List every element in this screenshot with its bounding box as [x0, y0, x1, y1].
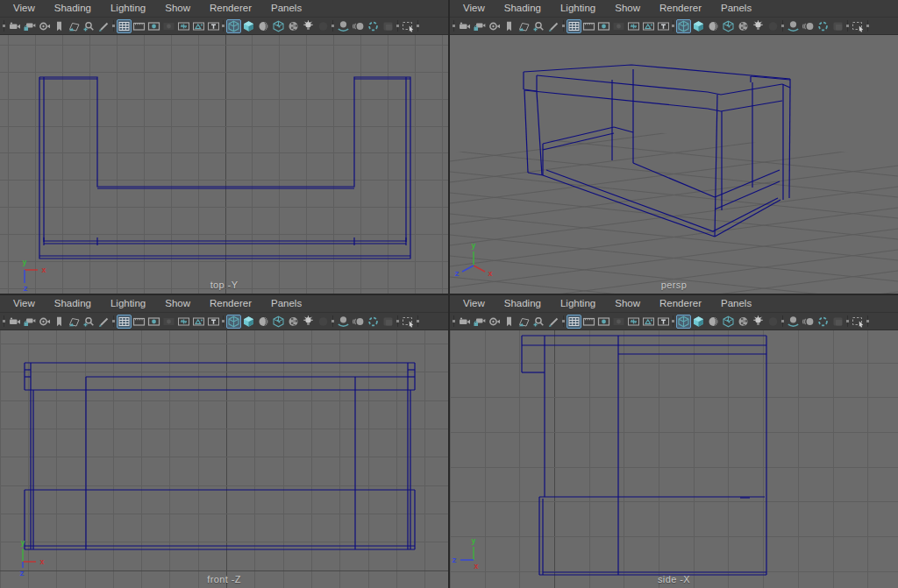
menu-panels[interactable]: Panels [711, 295, 761, 312]
shadows-icon[interactable] [316, 19, 331, 33]
lock-camera-icon[interactable] [472, 315, 487, 329]
textured-icon[interactable] [256, 315, 271, 329]
field-chart-icon[interactable] [176, 315, 191, 329]
textured-icon[interactable] [256, 19, 271, 33]
resolution-gate-icon[interactable] [146, 315, 161, 329]
menu-shading[interactable]: Shading [45, 295, 101, 312]
menu-show[interactable]: Show [605, 0, 650, 17]
ambient-occlusion-icon[interactable] [786, 19, 801, 33]
ambient-occlusion-icon[interactable] [336, 19, 351, 33]
viewport-svg-persp[interactable]: yxz [450, 35, 898, 294]
anti-aliasing-icon[interactable] [830, 315, 845, 329]
depth-of-field-icon[interactable] [366, 315, 381, 329]
isolate-select-icon[interactable] [851, 19, 866, 33]
lock-camera-icon[interactable] [472, 19, 487, 33]
menu-panels[interactable]: Panels [261, 295, 311, 312]
menu-view[interactable]: View [453, 0, 495, 17]
safe-title-icon[interactable] [656, 19, 671, 33]
lighting-icon[interactable] [751, 315, 766, 329]
anti-aliasing-icon[interactable] [381, 315, 396, 329]
menu-renderer[interactable]: Renderer [200, 0, 261, 17]
xray-icon[interactable] [736, 19, 751, 33]
menu-lighting[interactable]: Lighting [551, 0, 605, 17]
grid-icon[interactable] [567, 19, 581, 33]
menu-shading[interactable]: Shading [495, 295, 551, 312]
anti-aliasing-icon[interactable] [381, 19, 396, 33]
pan-zoom-icon[interactable] [82, 19, 96, 33]
safe-title-icon[interactable] [206, 315, 221, 329]
bookmarks-icon[interactable] [502, 19, 517, 33]
menu-lighting[interactable]: Lighting [101, 295, 155, 312]
image-plane-icon[interactable] [67, 315, 82, 329]
resolution-gate-icon[interactable] [596, 315, 611, 329]
field-chart-icon[interactable] [626, 315, 641, 329]
field-chart-icon[interactable] [176, 19, 191, 33]
select-camera-icon[interactable] [7, 19, 22, 33]
menu-shading[interactable]: Shading [45, 0, 101, 17]
wireframe-display-icon[interactable] [676, 19, 691, 33]
grease-pencil-icon[interactable] [546, 19, 561, 33]
textured-icon[interactable] [706, 315, 721, 329]
menu-shading[interactable]: Shading [495, 0, 551, 17]
menu-view[interactable]: View [4, 0, 45, 17]
menu-renderer[interactable]: Renderer [650, 295, 711, 312]
grid-icon[interactable] [567, 315, 581, 329]
lighting-icon[interactable] [301, 315, 316, 329]
safe-title-icon[interactable] [206, 19, 221, 33]
menu-show[interactable]: Show [605, 295, 650, 312]
wireframe-display-icon[interactable] [676, 315, 691, 329]
safe-action-icon[interactable] [191, 315, 206, 329]
menu-renderer[interactable]: Renderer [200, 295, 261, 312]
bookmarks-icon[interactable] [52, 315, 67, 329]
resolution-gate-icon[interactable] [596, 19, 611, 33]
menu-panels[interactable]: Panels [261, 0, 311, 17]
shadows-icon[interactable] [316, 315, 331, 329]
grease-pencil-icon[interactable] [96, 315, 111, 329]
xray-icon[interactable] [736, 315, 751, 329]
menu-renderer[interactable]: Renderer [650, 0, 711, 17]
smooth-shade-icon[interactable] [691, 19, 706, 33]
viewport-svg-side[interactable]: yzx [450, 330, 898, 588]
camera-attributes-icon[interactable] [37, 315, 52, 329]
lighting-icon[interactable] [751, 19, 766, 33]
use-default-material-icon[interactable] [721, 315, 736, 329]
viewport-canvas-top[interactable]: xzy top -Y [0, 35, 448, 294]
menu-view[interactable]: View [453, 295, 495, 312]
camera-attributes-icon[interactable] [487, 19, 502, 33]
lock-camera-icon[interactable] [22, 315, 37, 329]
safe-action-icon[interactable] [191, 19, 206, 33]
camera-attributes-icon[interactable] [487, 315, 502, 329]
image-plane-icon[interactable] [67, 19, 82, 33]
xray-icon[interactable] [286, 315, 301, 329]
viewport-canvas-persp[interactable]: yxz persp [450, 35, 898, 294]
motion-blur-icon[interactable] [801, 19, 816, 33]
pan-zoom-icon[interactable] [531, 19, 546, 33]
viewport-canvas-side[interactable]: yzx side -X [450, 330, 898, 588]
grease-pencil-icon[interactable] [96, 19, 111, 33]
ambient-occlusion-icon[interactable] [336, 315, 351, 329]
menu-show[interactable]: Show [155, 0, 200, 17]
smooth-shade-icon[interactable] [241, 315, 256, 329]
image-plane-icon[interactable] [517, 19, 531, 33]
menu-view[interactable]: View [4, 295, 45, 312]
anti-aliasing-icon[interactable] [830, 19, 845, 33]
use-default-material-icon[interactable] [271, 19, 286, 33]
menu-lighting[interactable]: Lighting [551, 295, 605, 312]
isolate-select-icon[interactable] [851, 315, 866, 329]
ambient-occlusion-icon[interactable] [786, 315, 801, 329]
smooth-shade-icon[interactable] [241, 19, 256, 33]
viewport-svg-top[interactable]: xzy [0, 35, 448, 294]
motion-blur-icon[interactable] [351, 19, 366, 33]
gate-mask-icon[interactable] [611, 19, 626, 33]
lighting-icon[interactable] [301, 19, 316, 33]
viewport-svg-front[interactable]: yxz [0, 330, 448, 588]
safe-action-icon[interactable] [641, 19, 656, 33]
use-default-material-icon[interactable] [721, 19, 736, 33]
xray-icon[interactable] [286, 19, 301, 33]
shadows-icon[interactable] [766, 315, 780, 329]
menu-lighting[interactable]: Lighting [101, 0, 155, 17]
film-gate-icon[interactable] [132, 315, 146, 329]
motion-blur-icon[interactable] [351, 315, 366, 329]
use-default-material-icon[interactable] [271, 315, 286, 329]
motion-blur-icon[interactable] [801, 315, 816, 329]
